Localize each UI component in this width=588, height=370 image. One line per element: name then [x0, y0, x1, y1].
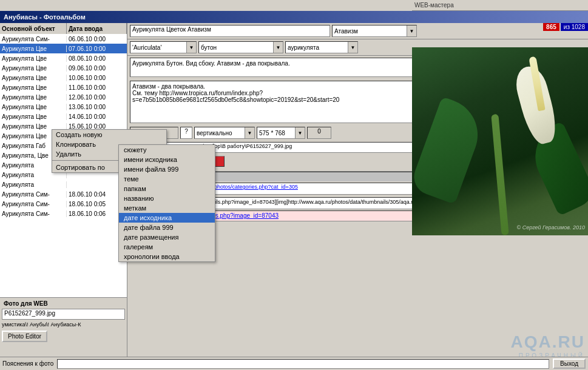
list-item[interactable]: Аурикулята Цве07.06.10 0:00 — [0, 44, 127, 53]
list-cell-date: 14.06.10 0:00 — [67, 113, 127, 120]
submenu-item[interactable]: галереям — [119, 242, 215, 252]
submenu-item[interactable]: меткам — [119, 203, 215, 213]
foto-label: Фото для WEB — [2, 300, 125, 308]
list-item[interactable]: Аурикулята Цве08.06.10 0:00 — [0, 53, 127, 63]
web-bar-label: WEB-мастера — [414, 2, 454, 8]
photo-image — [412, 47, 588, 235]
list-cell-name: Аурикулята Сим- — [0, 191, 67, 198]
list-cell-name: Аурикулята Цве — [0, 55, 67, 62]
count-input[interactable]: 0 — [307, 127, 331, 139]
list-cell-name: Аурикулята Сим- — [0, 210, 67, 217]
list-item[interactable]: Аурикулята Цве10.06.10 0:00 — [0, 73, 127, 82]
submenu-item[interactable]: теме — [119, 174, 215, 184]
size-select[interactable]: 575 * 768 ▼ — [257, 127, 305, 139]
list-item[interactable]: Аурикулята Цве12.06.10 0:00 — [0, 92, 127, 102]
list-header: Основной объект Дата ввода — [0, 23, 127, 34]
web-bar: WEB-мастера — [412, 0, 588, 11]
submenu-item[interactable]: имени исходника — [119, 155, 215, 164]
flower-type-arrow[interactable]: ▼ — [273, 42, 283, 53]
counter-current: 865 — [543, 23, 559, 31]
col-header-name: Основной объект — [0, 23, 67, 34]
submenu-item[interactable]: имени файла 999 — [119, 164, 215, 174]
category-select[interactable]: Атавизм ▼ — [332, 25, 417, 37]
sub-select[interactable]: аурикулята ▼ — [285, 41, 358, 53]
photo-editor-button[interactable]: Photo Editor — [2, 331, 47, 342]
plant-leaf-1 — [412, 96, 488, 204]
list-item[interactable]: Аурикулята Цве14.06.10 0:00 — [0, 112, 127, 121]
list-cell-date: 13.06.10 0:00 — [67, 104, 127, 110]
col-header-date: Дата ввода — [67, 23, 127, 34]
list-item[interactable]: Аурикулята Сим-18.06.10 0:06 — [0, 209, 127, 218]
question-input[interactable]: ? — [180, 127, 192, 139]
counter-total: из 1028 — [561, 23, 588, 31]
left-panel: Основной объект Дата ввода Аурикулята Си… — [0, 23, 127, 370]
photo-container: © Сергей Герасимов. 2010 — [412, 47, 588, 235]
main-title-input[interactable]: Аурикулята Цветок Атавизм — [130, 25, 330, 37]
auriculata-arrow[interactable]: ▼ — [186, 42, 196, 53]
content-area: Основной объект Дата ввода Аурикулята Си… — [0, 23, 588, 370]
list-cell-date: 08.06.10 0:00 — [67, 55, 127, 62]
list-item[interactable]: Аурикулята Цве09.06.10 0:00 — [0, 63, 127, 73]
title-row: Аурикулята Цветок Атавизм Атавизм ▼ — [127, 23, 588, 39]
list-cell-date: 06.06.10 0:00 — [67, 36, 127, 42]
plant-stem — [491, 114, 509, 235]
orientation-select[interactable]: вертикально ▼ — [194, 127, 255, 139]
main-window: Анубиасы - Фотоальбом Основной объект Да… — [0, 11, 588, 370]
watermark: AQA.RU — [511, 332, 585, 352]
list-cell-name: Аурикулята — [0, 181, 67, 188]
category-arrow[interactable]: ▼ — [407, 25, 416, 36]
submenu-item[interactable]: хронологии ввода — [119, 252, 215, 261]
bottom-bar: Пояснения к фото Выход — [0, 357, 588, 370]
list-item[interactable]: Аурикулята Цве11.06.10 0:00 — [0, 82, 127, 92]
list-cell-name: Аурикулята Цве — [0, 123, 67, 130]
orientation-value: вертикально — [195, 129, 245, 137]
list-cell-name: Аурикулята Цве — [0, 113, 67, 120]
exit-button[interactable]: Выход — [553, 358, 586, 369]
menu-sort-label: Сортировать по — [56, 164, 105, 171]
caption-input[interactable] — [57, 359, 549, 369]
list-cell-name: Аурикулята Цве — [0, 84, 67, 91]
sort-submenu: сюжетуимени исходникаимени файла 999теме… — [118, 144, 215, 262]
list-cell-date: 07.06.10 0:00 — [67, 45, 127, 52]
foto-filename[interactable]: P6152627_999.jpg — [2, 309, 125, 320]
auriculata-select[interactable]: 'Auriculata' ▼ — [130, 41, 197, 53]
submenu-item[interactable]: дате размещения — [119, 232, 215, 242]
source-label: умистика\! Анубы\! Анубиасы-К — [2, 321, 125, 328]
orientation-arrow[interactable]: ▼ — [245, 127, 254, 138]
list-cell-name: Аурикулята Цве — [0, 45, 67, 52]
window-title: Анубиасы - Фотоальбом — [0, 11, 588, 23]
menu-create[interactable]: Создать новую — [52, 130, 166, 140]
list-item[interactable]: Аурикулята Цве13.06.10 0:00 — [0, 102, 127, 112]
copyright-text: © Сергей Герасимов. 2010 — [517, 224, 585, 230]
counter-area: 865 из 1028 — [543, 23, 588, 31]
window-title-text: Анубиасы - Фотоальбом — [4, 13, 86, 21]
list-cell-name: Аурикулята Сим- — [0, 36, 67, 42]
submenu-item[interactable]: дате исходника — [119, 213, 215, 223]
list-cell-name: Аурикулята Цве — [0, 94, 67, 101]
list-item[interactable]: Аурикулята Сим-06.06.10 0:00 — [0, 34, 127, 44]
size-value: 575 * 768 — [257, 129, 295, 137]
sub-arrow[interactable]: ▼ — [348, 42, 357, 53]
list-cell-date: 12.06.10 0:00 — [67, 94, 127, 101]
flower-type-select[interactable]: бутон ▼ — [198, 41, 283, 53]
size-arrow[interactable]: ▼ — [295, 127, 305, 138]
list-item[interactable]: Аурикулята — [0, 180, 127, 189]
submenu-item[interactable]: дате файла 999 — [119, 223, 215, 232]
list-cell-date: 11.06.10 0:00 — [67, 84, 127, 91]
submenu-item[interactable]: папкам — [119, 184, 215, 193]
category-value: Атавизм — [333, 27, 407, 35]
list-cell-name: Аурикулята Цве — [0, 65, 67, 72]
list-cell-date: 10.06.10 0:00 — [67, 75, 127, 81]
list-cell-name: Аурикулята Сим- — [0, 201, 67, 207]
flower-type-value: бутон — [199, 44, 273, 52]
auriculata-value: 'Auriculata' — [130, 44, 186, 52]
long-desc-text: Атавизм - два покрывала. См. тему http:/… — [132, 83, 339, 103]
list-item[interactable]: Аурикулята Сим-18.06.10 0:05 — [0, 199, 127, 209]
list-item[interactable]: Аурикулята Сим-18.06.10 0:04 — [0, 189, 127, 199]
sub-value: аурикулята — [286, 44, 348, 52]
submenu-item[interactable]: сюжету — [119, 145, 215, 155]
list-cell-name: Аурикулята Цве — [0, 75, 67, 81]
submenu-item[interactable]: названию — [119, 193, 215, 203]
list-cell-name: Аурикулята Цве — [0, 104, 67, 110]
list-cell-date: 09.06.10 0:00 — [67, 65, 127, 72]
